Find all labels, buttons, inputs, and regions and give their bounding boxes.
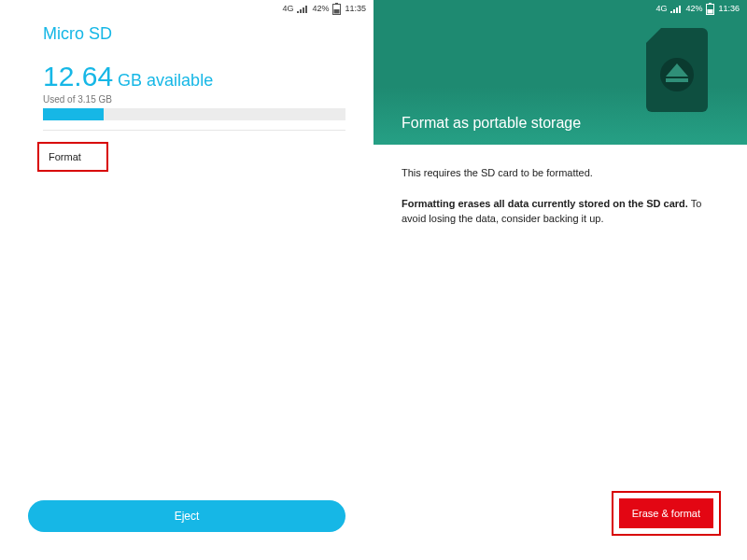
sd-card-icon xyxy=(644,28,710,112)
left-content: Micro SD 12.64 GB available Used of 3.15… xyxy=(0,17,374,172)
available-suffix: GB available xyxy=(113,71,213,90)
left-screen: 4G 42% 11:35 Micro SD 12.64 GB available… xyxy=(0,0,374,560)
status-bar-right: 4G 42% 11:36 xyxy=(374,0,747,17)
battery-icon xyxy=(332,3,341,15)
paragraph-2-bold: Formatting erases all data currently sto… xyxy=(402,198,688,209)
battery-percent: 42% xyxy=(685,4,702,13)
divider xyxy=(43,130,345,131)
clock-time: 11:35 xyxy=(345,4,366,13)
svg-rect-5 xyxy=(708,9,713,14)
erase-format-button[interactable]: Erase & format xyxy=(619,498,713,528)
used-line: Used of 3.15 GB xyxy=(43,94,345,105)
hero: 4G 42% 11:36 Format as portable storage xyxy=(374,0,747,145)
erase-highlight: Erase & format xyxy=(612,491,721,536)
svg-rect-7 xyxy=(666,78,688,82)
format-highlight: Format xyxy=(37,142,108,172)
eject-button-label: Eject xyxy=(175,510,200,523)
available-line: 12.64 GB available xyxy=(43,61,345,92)
clock-time: 11:36 xyxy=(718,4,740,13)
signal-icon xyxy=(297,5,308,13)
eject-button[interactable]: Eject xyxy=(28,500,345,532)
storage-bar-fill xyxy=(43,108,104,120)
page-title: Micro SD xyxy=(43,24,345,44)
available-value: 12.64 xyxy=(43,61,113,91)
svg-rect-2 xyxy=(334,9,340,14)
hero-title: Format as portable storage xyxy=(402,115,719,132)
right-screen: 4G 42% 11:36 Format as portable storage … xyxy=(374,0,747,560)
paragraph-1: This requires the SD card to be formatte… xyxy=(402,165,719,181)
body-text: This requires the SD card to be formatte… xyxy=(374,145,747,242)
paragraph-2: Formatting erases all data currently sto… xyxy=(402,196,719,227)
format-button[interactable]: Format xyxy=(49,151,97,162)
status-bar-left: 4G 42% 11:35 xyxy=(0,0,374,17)
signal-icon xyxy=(670,5,682,13)
network-label: 4G xyxy=(655,4,667,13)
battery-icon xyxy=(706,3,714,15)
network-label: 4G xyxy=(282,4,293,13)
storage-bar xyxy=(43,108,345,120)
battery-percent: 42% xyxy=(312,4,329,13)
erase-format-label: Erase & format xyxy=(632,508,700,519)
